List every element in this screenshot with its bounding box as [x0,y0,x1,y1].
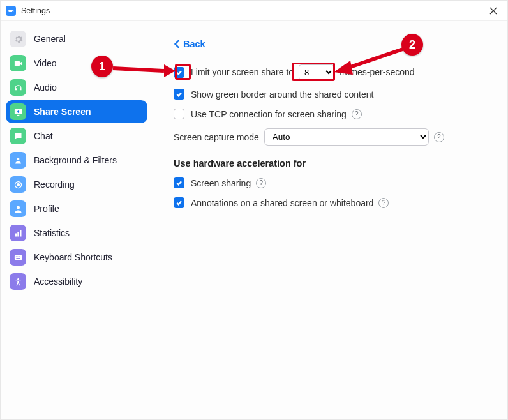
sidebar-item-general[interactable]: General [6,27,147,50]
fps-row: Limit your screen share to 8 frames-per-… [174,64,489,80]
green-border-label: Show green border around the shared cont… [191,89,373,100]
hw-anno-row: Annotations on a shared screen or whiteb… [174,197,489,208]
sidebar-label: Share Screen [34,107,91,117]
hw-screen-row: Screen sharing ? [174,177,489,188]
svg-rect-6 [15,233,17,236]
video-icon [10,55,26,71]
sidebar-label: Recording [34,179,75,190]
chat-icon [10,128,26,144]
green-border-row: Show green border around the shared cont… [174,89,489,100]
fps-label-prefix: Limit your screen share to [191,67,294,77]
fps-label-suffix: frames-per-second [340,67,415,77]
sidebar-label: Video [34,58,57,68]
sidebar-item-keyboard[interactable]: Keyboard Shortcuts [6,246,147,269]
sidebar-label: Profile [34,204,59,214]
svg-point-2 [17,158,19,160]
sidebar-label: Statistics [34,228,70,238]
svg-rect-13 [16,258,20,259]
window-title: Settings [21,6,50,15]
sidebar-item-statistics[interactable]: Statistics [6,221,147,244]
help-icon[interactable]: ? [434,132,444,142]
headphones-icon [10,79,26,96]
sidebar-item-video[interactable]: Video [6,52,147,75]
tcp-row: Use TCP connection for screen sharing ? [174,109,489,119]
back-button[interactable]: Back [174,39,205,49]
svg-rect-11 [17,256,18,257]
svg-rect-8 [20,230,22,236]
sidebar-item-chat[interactable]: Chat [6,124,147,147]
help-icon[interactable]: ? [352,109,362,119]
hw-anno-label: Annotations on a shared screen or whiteb… [191,198,373,208]
sidebar-label: Accessibility [34,276,82,287]
hw-section-heading: Use hardware acceleration for [174,158,489,169]
titlebar: Settings [1,1,507,21]
sidebar-item-recording[interactable]: Recording [6,173,147,196]
gear-icon [10,31,26,47]
help-icon[interactable]: ? [256,178,266,188]
capture-mode-label: Screen capture mode [174,132,259,142]
background-icon [10,152,26,169]
sidebar-label: Background & Filters [34,155,117,165]
sidebar-label: Chat [34,131,53,141]
back-label: Back [183,39,205,49]
accessibility-icon [10,273,26,290]
sidebar-item-profile[interactable]: Profile [6,197,147,220]
keyboard-icon [10,249,26,266]
close-button[interactable] [484,2,502,20]
fps-select[interactable]: 8 [299,64,334,80]
sidebar-item-accessibility[interactable]: Accessibility [6,270,147,293]
capture-mode-row: Screen capture mode Auto ? [174,128,489,146]
svg-point-5 [17,206,20,209]
hw-anno-checkbox[interactable] [174,197,184,208]
sidebar-label: Audio [34,82,57,93]
fps-checkbox[interactable] [174,67,184,78]
statistics-icon [10,225,26,241]
hw-screen-label: Screen sharing [191,178,251,188]
sidebar-item-background[interactable]: Background & Filters [6,149,147,172]
content-area: General Video Audio Share Screen Chat [1,21,507,419]
svg-rect-10 [15,256,16,257]
sidebar-label: General [34,34,66,44]
profile-icon [10,200,26,217]
sidebar-item-share-screen[interactable]: Share Screen [6,100,147,123]
svg-point-14 [17,278,19,280]
help-icon[interactable]: ? [378,198,389,208]
settings-panel: Back Limit your screen share to 8 frames… [153,21,507,419]
share-screen-icon [10,103,26,120]
tcp-checkbox[interactable] [174,109,184,119]
hw-screen-checkbox[interactable] [174,177,184,188]
tcp-label: Use TCP connection for screen sharing [191,109,347,119]
svg-rect-1 [17,114,19,115]
svg-rect-7 [17,232,19,237]
svg-rect-12 [19,256,19,257]
capture-mode-select[interactable]: Auto [264,128,429,146]
green-border-checkbox[interactable] [174,89,184,100]
sidebar-label: Keyboard Shortcuts [34,252,112,262]
sidebar: General Video Audio Share Screen Chat [1,21,153,419]
svg-rect-9 [14,255,21,260]
zoom-logo-icon [6,6,16,16]
record-icon [10,176,26,193]
sidebar-item-audio[interactable]: Audio [6,76,147,99]
svg-point-4 [17,183,19,186]
